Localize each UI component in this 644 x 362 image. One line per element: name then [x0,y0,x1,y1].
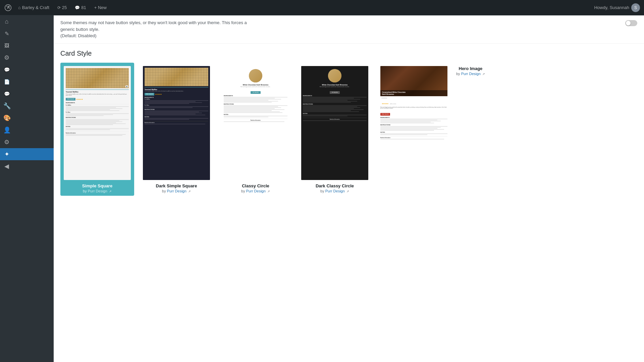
card-preview-classy-circle: White Chocolate Swirl Brownies Rich and … [222,66,289,180]
admin-bar-new[interactable]: + New [91,0,110,15]
card-label-dark-classy-circle: Dark Classy Circle by Purr Design ↗ [301,180,368,196]
dark-recipe-preview: Yeasted Waffles These yeasted waffles co… [143,66,210,180]
home-icon: ⌂ [18,5,21,10]
card-name-dark-circle-text: Dark Classy Circle [301,183,368,188]
sidebar-item-media[interactable]: 🖼 [0,40,54,52]
card-preview-dark-simple-square: Yeasted Waffles These yeasted waffles co… [143,66,210,180]
pages-icon: 📄 [3,79,10,84]
card-preview-hero: Caramelized White ChocolateSwirl Brownie… [380,66,447,180]
updates-count: 25 [62,5,67,10]
sidebar-item-comments[interactable]: 💬 [0,88,54,100]
card-dark-classy-circle[interactable]: White Chocolate Swirl Brownies Rich and … [298,63,372,196]
sidebar-item-appearance[interactable]: 🎨 [0,112,54,124]
tools-icon: 🔧 [3,102,10,110]
card-by-dark-text: by Purr Design ↗ [143,189,210,193]
recipe-preview-light: 📷 Yeasted Waffles These yeasted waffles … [64,66,131,180]
card-label-classy-circle: Classy Circle by Purr Design ↗ [222,180,289,196]
card-designer-dark-link[interactable]: Purr Design [167,189,186,193]
sidebar-item-plugins[interactable]: ⚙ [0,52,54,64]
circle-recipe-avatar [249,69,262,82]
card-simple-square[interactable]: 📷 Yeasted Waffles These yeasted waffles … [60,63,134,196]
card-preview-dark-classy-circle: White Chocolate Swirl Brownies Rich and … [301,66,368,180]
card-name-circle-text: Classy Circle [222,183,289,188]
card-designer-link[interactable]: Purr Design [88,189,107,193]
recipe-title-text: Yeasted Waffles [66,91,129,93]
sidebar-item-create[interactable]: ✦ [0,148,54,160]
card-style-heading: Card Style [60,44,637,63]
hero-recipe-image: Caramelized White ChocolateSwirl Brownie… [380,66,447,96]
card-name-text: Simple Square [64,183,131,188]
card-by-hero-text: by Purr Design ↗ [456,72,485,76]
card-designer-circle-link[interactable]: Purr Design [246,189,266,193]
plugins-icon: ⚙ [3,54,10,61]
sidebar-item-wprm[interactable]: 💬 [0,64,54,76]
card-designer-hero-link[interactable]: Purr Design [461,72,481,76]
comments-icon: 💬 [75,5,80,10]
admin-bar-right: Howdy, Susannah S [590,3,644,12]
create-icon: ✦ [3,150,10,158]
main-content: Some themes may not have button styles, … [54,15,644,362]
comments-count: 81 [81,5,86,10]
admin-bar: ⌂ Barley & Craft ⟳ 25 💬 81 + New Howdy, … [0,0,644,15]
sidebar-item-tools[interactable]: 🔧 [0,100,54,112]
wordpress-logo[interactable] [3,2,13,13]
dark-circle-avatar [328,69,341,82]
new-button-label: + New [94,5,107,10]
card-label-dark-simple-square: Dark Simple Square by Purr Design ↗ [143,180,210,196]
sidebar: ⌂ ✎ 🖼 ⚙ 💬 📄 💬 🔧 🎨 👤 ⚙ ✦ ◀ [0,15,54,362]
sidebar-item-collapse[interactable]: ◀ [0,160,54,172]
card-label-hero: Hero Image by Purr Design ↗ [456,63,485,196]
cards-container: 📷 Yeasted Waffles These yeasted waffles … [60,63,637,202]
updates-icon: ⟳ [57,5,61,10]
notice-text: Some themes may not have button styles, … [60,19,262,39]
collapse-icon: ◀ [3,163,10,170]
dashboard-icon: ⌂ [3,18,10,25]
appearance-icon: 🎨 [3,114,10,122]
card-style-section: Card Style 📷 Yeasted Waffles [54,44,644,209]
toggle-switch[interactable] [625,20,637,26]
admin-bar-comments[interactable]: 💬 81 [71,0,89,15]
dark-circle-recipe-preview: White Chocolate Swirl Brownies Rich and … [301,66,368,180]
sidebar-item-posts[interactable]: ✎ [0,27,54,40]
circle-recipe-preview: White Chocolate Swirl Brownies Rich and … [222,66,289,180]
dark-recipe-image [145,68,208,86]
notice-paragraph: Some themes may not have button styles, … [60,19,262,39]
recipe-desc-text: These yeasted waffles come to life in th… [66,94,129,96]
wprm-icon: 💬 [3,67,10,72]
recipe-image-waffles: 📷 [66,68,129,88]
card-by-circle-text: by Purr Design ↗ [222,189,289,193]
card-dark-simple-square[interactable]: Yeasted Waffles These yeasted waffles co… [140,63,213,196]
admin-bar-left: ⌂ Barley & Craft ⟳ 25 💬 81 + New [3,0,110,15]
sidebar-item-users[interactable]: 👤 [0,124,54,136]
sidebar-item-dashboard[interactable]: ⌂ [0,15,54,27]
card-by-dark-circle-text: by Purr Design ↗ [301,189,368,193]
avatar: S [631,3,640,12]
content-wrapper: Some themes may not have button styles, … [54,15,644,362]
card-name-dark-text: Dark Simple Square [143,183,210,188]
admin-bar-updates[interactable]: ⟳ 25 [54,0,70,15]
comments-sidebar-icon: 💬 [3,91,10,97]
sidebar-item-pages[interactable]: 📄 [0,76,54,88]
notice-area: Some themes may not have button styles, … [54,15,644,44]
posts-icon: ✎ [3,31,10,37]
card-designer-dark-circle-link[interactable]: Purr Design [325,189,345,193]
hero-recipe-preview: Caramelized White ChocolateSwirl Brownie… [380,66,447,180]
card-hero-image[interactable]: Caramelized White ChocolateSwirl Brownie… [377,63,451,196]
card-label-simple-square: Simple Square by Purr Design ↗ [64,180,131,196]
card-preview-simple-square: 📷 Yeasted Waffles These yeasted waffles … [64,66,131,180]
media-icon: 🖼 [3,43,10,48]
site-name: Barley & Craft [22,5,49,10]
print-recipe-btn: PRINT RECIPE [66,98,75,101]
card-classy-circle[interactable]: White Chocolate Swirl Brownies Rich and … [219,63,292,196]
card-by-text: by Purr Design ↗ [64,189,131,193]
howdy-text: Howdy, Susannah [594,5,629,10]
card-name-hero-text: Hero Image [456,66,485,71]
sidebar-item-settings[interactable]: ⚙ [0,136,54,148]
users-icon: 👤 [3,126,10,134]
howdy-section[interactable]: Howdy, Susannah S [590,3,644,12]
admin-bar-home[interactable]: ⌂ Barley & Craft [15,0,53,15]
settings-icon: ⚙ [3,138,10,146]
